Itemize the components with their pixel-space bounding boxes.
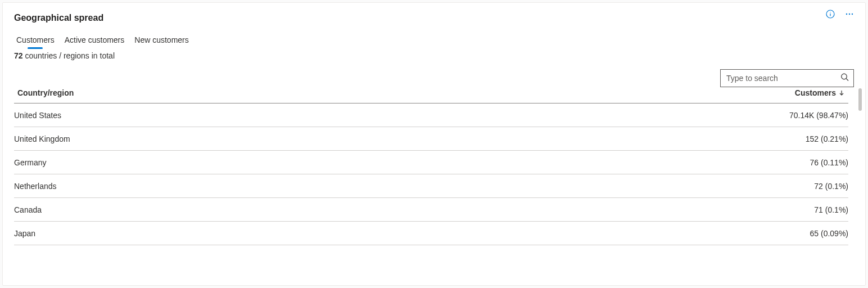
- column-customers[interactable]: Customers: [795, 88, 845, 97]
- summary-suffix: countries / regions in total: [23, 51, 115, 60]
- cell-country: United Kingdom: [14, 134, 70, 143]
- column-customers-label: Customers: [795, 88, 836, 97]
- summary-count: 72: [14, 51, 23, 60]
- tabs: Customers Active customers New customers: [14, 35, 854, 48]
- tab-new-customers[interactable]: New customers: [134, 35, 188, 48]
- svg-point-5: [852, 14, 853, 15]
- table-body: United States 70.14K (98.47%) United Kin…: [14, 104, 848, 245]
- table-row[interactable]: United Kingdom 152 (0.21%): [14, 127, 848, 151]
- search-wrap: [720, 69, 854, 87]
- svg-point-4: [849, 14, 850, 15]
- cell-country: United States: [14, 111, 61, 120]
- table-row[interactable]: Germany 76 (0.11%): [14, 151, 848, 174]
- card-header: Geographical spread: [14, 13, 854, 31]
- table-row[interactable]: Canada 71 (0.1%): [14, 198, 848, 222]
- sort-descending-icon: [838, 89, 845, 96]
- scrollbar-track[interactable]: [857, 88, 862, 245]
- tab-active-customers[interactable]: Active customers: [65, 35, 125, 48]
- cell-value: 72 (0.1%): [814, 182, 848, 191]
- geographical-spread-card: Geographical spread Customers Active cus…: [2, 2, 866, 286]
- cell-value: 65 (0.09%): [810, 229, 848, 238]
- table-header-row: Country/region Customers: [14, 88, 848, 104]
- cell-value: 152 (0.21%): [806, 134, 848, 143]
- cell-value: 71 (0.1%): [814, 205, 848, 214]
- cell-country: Netherlands: [14, 182, 57, 191]
- card-actions: [825, 8, 855, 20]
- cell-value: 70.14K (98.47%): [789, 111, 848, 120]
- table: Country/region Customers United States 7…: [14, 88, 854, 245]
- table-row[interactable]: Japan 65 (0.09%): [14, 222, 848, 245]
- column-country-region[interactable]: Country/region: [17, 88, 74, 97]
- cell-country: Japan: [14, 229, 35, 238]
- search-input[interactable]: [720, 69, 854, 87]
- table-row[interactable]: Netherlands 72 (0.1%): [14, 174, 848, 198]
- svg-point-2: [830, 12, 830, 12]
- card-title: Geographical spread: [14, 13, 103, 23]
- scrollbar-thumb[interactable]: [858, 88, 862, 111]
- summary-line: 72 countries / regions in total: [14, 51, 854, 60]
- info-icon[interactable]: [825, 8, 836, 20]
- table-row[interactable]: United States 70.14K (98.47%): [14, 104, 848, 127]
- cell-country: Germany: [14, 158, 47, 167]
- more-options-icon[interactable]: [844, 8, 855, 20]
- tab-customers[interactable]: Customers: [16, 35, 55, 48]
- svg-point-3: [846, 14, 847, 15]
- cell-value: 76 (0.11%): [810, 158, 848, 167]
- cell-country: Canada: [14, 205, 42, 214]
